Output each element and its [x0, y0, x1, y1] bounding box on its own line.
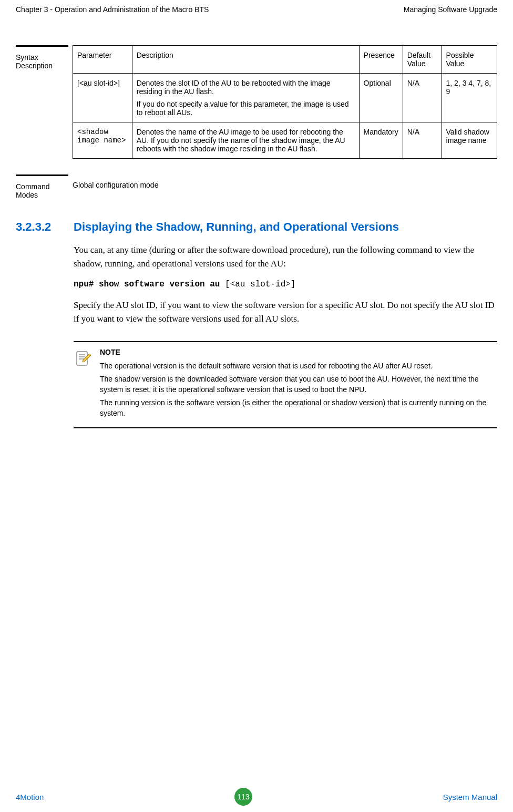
col-parameter: Parameter: [73, 46, 132, 74]
footer-right: System Manual: [443, 793, 497, 801]
page-footer: 4Motion 113 System Manual: [16, 788, 497, 806]
cell-possible: 1, 2, 3 4, 7, 8, 9: [442, 74, 497, 122]
command-modes-section: Command Modes Global configuration mode: [16, 174, 497, 199]
page-number: 113: [234, 788, 252, 806]
main-content: Syntax Description Parameter Description…: [0, 19, 513, 428]
syntax-description-section: Syntax Description Parameter Description…: [16, 45, 497, 159]
note-box: NOTE The operational version is the defa…: [74, 341, 497, 428]
col-possible-value: Possible Value: [442, 46, 497, 74]
cell-default: N/A: [403, 122, 442, 159]
cell-presence: Optional: [359, 74, 403, 122]
table-row: <shadow image name> Denotes the name of …: [73, 122, 497, 159]
cell-description: Denotes the slot ID of the AU to be rebo…: [132, 74, 359, 122]
col-presence: Presence: [359, 46, 403, 74]
cell-description-part1: Denotes the slot ID of the AU to be rebo…: [137, 79, 331, 96]
syntax-description-label: Syntax Description: [16, 45, 68, 159]
cell-presence: Mandatory: [359, 122, 403, 159]
note-label: NOTE: [100, 347, 497, 358]
cell-possible: Valid shadow image name: [442, 122, 497, 159]
note-content: NOTE The operational version is the defa…: [100, 347, 497, 422]
footer-left: 4Motion: [16, 793, 44, 801]
header-left: Chapter 3 - Operation and Administration…: [16, 5, 209, 14]
command-modes-label: Command Modes: [16, 174, 68, 199]
cell-description: Denotes the name of the AU image to be u…: [132, 122, 359, 159]
note-paragraph-3: The running version is the software vers…: [100, 398, 497, 418]
cell-parameter: <shadow image name>: [73, 122, 132, 159]
note-paragraph-1: The operational version is the default s…: [100, 361, 497, 372]
cell-default: N/A: [403, 74, 442, 122]
table-header-row: Parameter Description Presence Default V…: [73, 46, 497, 74]
command-example: npu# show software version au [<au slot-…: [74, 280, 497, 289]
paragraph-2: Specify the AU slot ID, if you want to v…: [74, 299, 497, 325]
command-bold: npu# show software version au: [74, 280, 225, 289]
paragraph-1: You can, at any time (during or after th…: [74, 243, 497, 270]
col-default-value: Default Value: [403, 46, 442, 74]
syntax-description-content: Parameter Description Presence Default V…: [73, 45, 497, 159]
section-heading: 3.2.3.2 Displaying the Shadow, Running, …: [16, 220, 497, 234]
heading-number: 3.2.3.2: [16, 220, 74, 234]
command-modes-value: Global configuration mode: [73, 174, 497, 199]
cell-description-part2: If you do not specify a value for this p…: [137, 100, 349, 117]
table-row: [<au slot-id>] Denotes the slot ID of th…: [73, 74, 497, 122]
cell-parameter: [<au slot-id>]: [73, 74, 132, 122]
header-right: Managing Software Upgrade: [404, 5, 497, 14]
col-description: Description: [132, 46, 359, 74]
page-header: Chapter 3 - Operation and Administration…: [0, 0, 513, 19]
command-args: [<au slot-id>]: [225, 280, 295, 289]
note-paragraph-2: The shadow version is the downloaded sof…: [100, 374, 497, 395]
note-icon: [74, 347, 100, 422]
parameter-table: Parameter Description Presence Default V…: [73, 45, 497, 159]
heading-title: Displaying the Shadow, Running, and Oper…: [74, 220, 399, 234]
